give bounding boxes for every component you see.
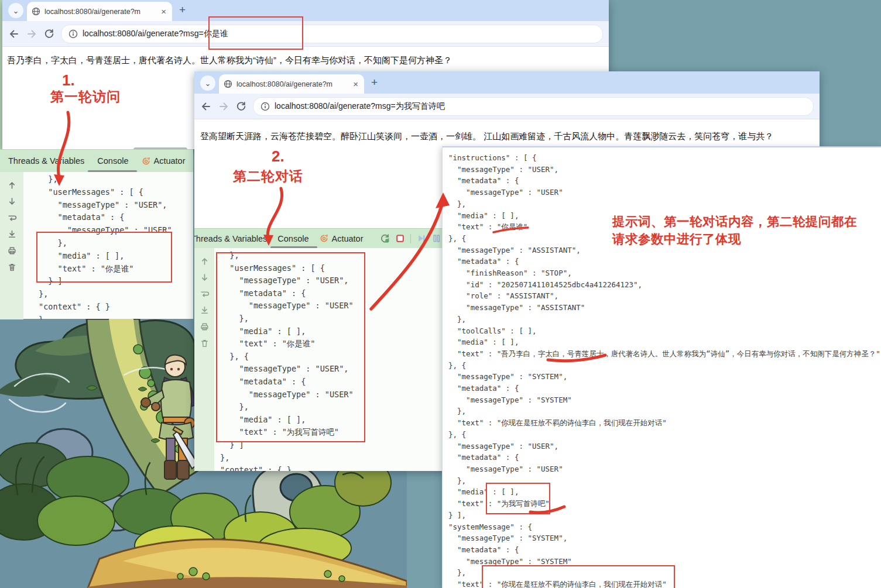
tab-close-icon[interactable]: × [160, 7, 167, 16]
code-line: }, [448, 567, 881, 579]
code-line: "instructions" : [ { [448, 152, 881, 164]
code-line: "messageType" : "USER", [448, 164, 881, 176]
scroll-up-icon[interactable] [7, 180, 17, 190]
site-info-icon[interactable] [260, 102, 270, 111]
code-line: "text" : "你现在是狂放不羁的诗仙李白，我们现在开始对话" [448, 417, 881, 429]
url-bar[interactable]: localhost:8080/ai/generate?msg=你是谁 [61, 25, 603, 43]
code-line: "userMessages" : [ { [39, 186, 193, 199]
reload-button[interactable] [43, 28, 55, 40]
code-line: "text" : "为我写首诗吧" [220, 426, 442, 439]
soft-wrap-icon[interactable] [7, 213, 17, 223]
pause-button[interactable] [431, 233, 441, 243]
new-tab-button[interactable]: + [371, 76, 378, 89]
step1-label: 第一轮访问 [50, 88, 121, 106]
code-line: "systemMessage" : { [448, 521, 881, 533]
code-line: "id" : "2025071411014525dbc4a412264123", [448, 279, 881, 291]
url-bar[interactable]: localhost:8080/ai/generate?msg=为我写首诗吧 [253, 97, 814, 116]
soft-wrap-icon[interactable] [200, 289, 210, 299]
tab-strip: ⌄ localhost:8080/ai/generate?m × + [194, 71, 820, 94]
resume-button[interactable] [416, 233, 426, 243]
tab-actuator[interactable]: Actuator [142, 156, 186, 166]
active-tab-indicator [270, 246, 317, 248]
url-text: localhost:8080/ai/generate?msg=为我写首诗吧 [275, 101, 445, 112]
window-chevron-button[interactable]: ⌄ [200, 75, 215, 91]
forward-button[interactable] [26, 28, 37, 40]
forward-button[interactable] [218, 101, 229, 112]
code-line: "text" : "你现在是狂放不羁的诗仙李白，我们现在开始对话" [448, 579, 881, 588]
code-line: } ], [448, 510, 881, 521]
back-button[interactable] [8, 28, 20, 40]
code-line: "userMessages" : [ { [220, 262, 442, 275]
code-line: }, [39, 288, 193, 301]
stop-button[interactable] [395, 233, 405, 243]
tab-title: localhost:8080/ai/generate?m [236, 80, 348, 88]
window-chevron-button[interactable]: ⌄ [8, 3, 23, 18]
tab-console[interactable]: Console [97, 156, 128, 166]
code-line: "messageType" : "SYSTEM" [448, 394, 881, 406]
tab-close-icon[interactable]: × [352, 80, 359, 88]
tab-title: localhost:8080/ai/generate?m [44, 8, 156, 16]
debug-gutter [0, 172, 23, 319]
browser-tab[interactable]: localhost:8080/ai/generate?m × [219, 74, 364, 94]
ai-response-text: 登高望断天涯路，云海苍茫接碧空。醉卧江山笑谈间，一壶酒，一剑雄。 江山如画难留迹… [200, 131, 820, 142]
code-line: "context" : { } [220, 464, 442, 471]
code-line: }, [220, 401, 442, 414]
code-line: "metadata" : { [220, 376, 442, 388]
step2-number: 2. [272, 147, 284, 166]
code-line: "messageType" : "USER", [220, 363, 442, 376]
new-tab-button[interactable]: + [179, 4, 186, 16]
code-line: "metadata" : { [448, 452, 881, 463]
desktop: ⌄ localhost:8080/ai/generate?m × + [0, 0, 881, 588]
url-text: localhost:8080/ai/generate?msg=你是谁 [83, 29, 228, 39]
tab-actuator-label: Actuator [154, 156, 186, 166]
code-line: }, { [448, 429, 881, 441]
step1-number: 1. [62, 71, 75, 90]
toolbar-separator [410, 234, 411, 243]
site-info-icon[interactable] [68, 29, 78, 39]
debug-panel-1: Threads & Variables Console Actuator [0, 149, 193, 319]
back-button[interactable] [200, 101, 212, 112]
browser-tab[interactable]: localhost:8080/ai/generate?m × [27, 2, 172, 21]
code-line: "text" : "你是谁" [220, 338, 442, 350]
browser-toolbar: localhost:8080/ai/generate?msg=为我写首诗吧 [194, 94, 820, 119]
annotation-note-line2: 请求参数中进行了体现 [612, 231, 857, 248]
clear-trash-icon[interactable] [200, 338, 210, 348]
code-line: "metadata" : { [220, 287, 442, 300]
scroll-to-end-icon[interactable] [7, 229, 17, 239]
variables-view: }, "userMessages" : [ { "messageType" : … [194, 248, 442, 471]
code-line: }, [39, 237, 193, 250]
code-line: }, [448, 198, 881, 210]
code-line: "finishReason" : "STOP", [448, 267, 881, 279]
code-line: "messageType" : "USER" [448, 463, 881, 475]
page-content: 登高望断天涯路，云海苍茫接碧空。醉卧江山笑谈间，一壶酒，一剑雄。 江山如画难留迹… [194, 119, 820, 142]
tab-threads-variables[interactable]: Threads & Variables [8, 156, 84, 166]
code-line: "toolCalls" : [ ], [448, 325, 881, 337]
annotation-note-line1: 提示词、第一轮对话内容，第二轮提问都在 [612, 213, 857, 231]
reload-button[interactable] [235, 101, 247, 112]
code-line: "messageType" : "ASSISTANT" [448, 302, 881, 314]
scroll-down-icon[interactable] [200, 273, 210, 283]
scroll-down-icon[interactable] [7, 197, 17, 207]
variables-view: }, "userMessages" : [ { "messageType" : … [0, 172, 193, 319]
active-tab-indicator [88, 170, 137, 172]
tab-console[interactable]: Console [277, 234, 308, 243]
tab-threads-variables[interactable]: Threads & Variables [194, 234, 267, 243]
tab-strip: ⌄ localhost:8080/ai/generate?m × + [2, 0, 609, 21]
scroll-up-icon[interactable] [200, 256, 210, 266]
scroll-to-end-icon[interactable] [200, 305, 210, 315]
code-line: "metadata" : { [448, 256, 881, 267]
json-output: }, "userMessages" : [ { "messageType" : … [214, 248, 442, 471]
rerun-button[interactable] [380, 233, 390, 243]
print-icon[interactable] [200, 322, 210, 332]
print-icon[interactable] [7, 246, 17, 256]
tab-actuator[interactable]: Actuator [320, 234, 364, 243]
code-line: "messageType" : "SYSTEM" [448, 556, 881, 568]
code-line: } [39, 314, 193, 319]
code-line: "role" : "ASSISTANT", [448, 290, 881, 302]
clear-trash-icon[interactable] [7, 262, 17, 272]
code-line: "media" : [ ], [448, 336, 881, 348]
code-line: }, [448, 405, 881, 417]
code-line: "media" : [ ], [220, 414, 442, 427]
step2-label: 第二轮对话 [233, 167, 303, 185]
ai-response-text: 吾乃李白，字太白，号青莲居士，唐代著名诗人。世人常称我为“诗仙”，今日有幸与你对… [7, 55, 609, 66]
